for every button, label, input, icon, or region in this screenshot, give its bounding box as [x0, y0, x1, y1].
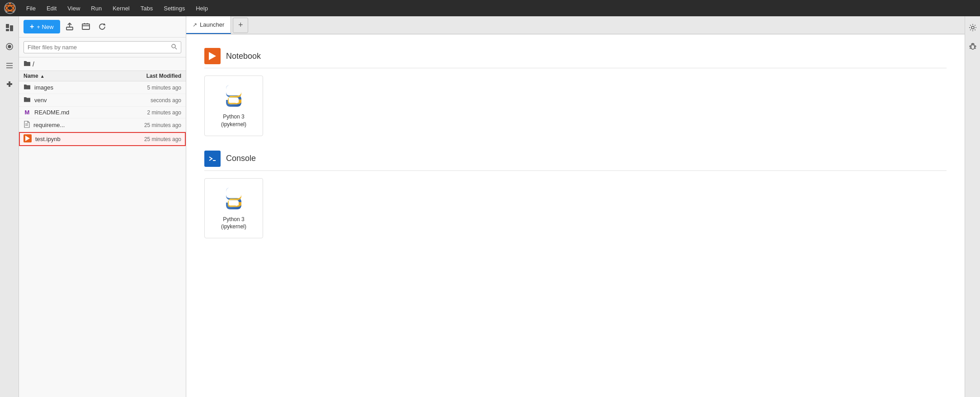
svg-point-5 [13, 11, 14, 13]
folder-icon [24, 96, 31, 104]
svg-marker-23 [209, 52, 216, 60]
svg-rect-16 [82, 24, 90, 29]
svg-point-25 [236, 101, 237, 103]
console-section-title: Console [204, 151, 947, 171]
refresh-button[interactable] [95, 20, 109, 33]
files-activity-btn[interactable] [2, 20, 17, 35]
extensions-activity-btn[interactable] [2, 77, 17, 92]
search-icon [171, 43, 177, 51]
sidebar: + + New [19, 16, 186, 397]
right-sidebar [965, 16, 980, 397]
breadcrumb-path: / [33, 61, 34, 68]
search-input[interactable] [28, 44, 168, 51]
console-section-icon [204, 151, 221, 167]
svg-point-3 [9, 3, 11, 5]
folder-icon [24, 60, 31, 68]
launcher-tab[interactable]: ↗ Launcher [186, 16, 231, 34]
console-kernel-cards: Python 3(ipykernel) [204, 178, 947, 239]
svg-point-27 [230, 191, 232, 193]
tab-label: Launcher [200, 21, 224, 28]
menu-tabs[interactable]: Tabs [136, 3, 157, 14]
menu-file[interactable]: File [22, 3, 40, 14]
menu-run[interactable]: Run [86, 3, 106, 14]
svg-point-17 [172, 44, 175, 48]
settings-right-btn[interactable] [965, 20, 980, 35]
upload-files-button[interactable] [79, 20, 93, 33]
svg-point-10 [8, 45, 11, 48]
modified-column-header: Last Modified [118, 73, 181, 79]
activity-bar [0, 16, 19, 397]
search-box [24, 41, 181, 53]
markdown-icon: M [24, 109, 31, 116]
menu-edit[interactable]: Edit [42, 3, 61, 14]
menu-kernel[interactable]: Kernel [108, 3, 134, 14]
menu-help[interactable]: Help [191, 3, 212, 14]
svg-point-30 [971, 45, 975, 49]
svg-point-24 [230, 89, 232, 90]
main-panel: ↗ Launcher + Notebook [186, 16, 965, 397]
file-list: images 5 minutes ago venv seconds ago M … [19, 81, 186, 397]
upload-button[interactable] [63, 20, 76, 33]
menu-view[interactable]: View [63, 3, 85, 14]
notebook-section-title: Notebook [204, 48, 947, 68]
text-file-icon [24, 121, 30, 129]
sidebar-toolbar: + + New [19, 16, 186, 38]
notebook-section-icon [204, 48, 221, 64]
bug-right-btn[interactable] [965, 39, 980, 54]
breadcrumb: / [19, 57, 186, 71]
svg-rect-6 [6, 24, 9, 28]
svg-point-29 [971, 26, 974, 29]
app-logo [4, 2, 16, 14]
python3-console-card[interactable]: Python 3(ipykernel) [204, 178, 263, 239]
search-container [19, 38, 186, 57]
file-row[interactable]: images 5 minutes ago [19, 81, 186, 94]
svg-line-18 [175, 48, 177, 50]
file-list-header: Name ▲ Last Modified [19, 71, 186, 81]
file-row[interactable]: requireme... 25 minutes ago [19, 118, 186, 132]
svg-rect-7 [10, 25, 13, 31]
svg-rect-14 [66, 27, 73, 30]
notebook-icon [24, 134, 32, 144]
menubar: File Edit View Run Kernel Tabs Settings … [0, 0, 980, 16]
svg-point-28 [236, 203, 237, 205]
file-row[interactable]: M README.md 2 minutes ago [19, 107, 186, 118]
running-activity-btn[interactable] [2, 39, 17, 54]
launcher-content: Notebook [186, 34, 965, 397]
svg-point-4 [5, 11, 7, 13]
name-column-header[interactable]: Name ▲ [24, 73, 118, 79]
new-button[interactable]: + + New [24, 20, 60, 33]
toc-activity-btn[interactable] [2, 58, 17, 73]
python3-notebook-card[interactable]: Python 3(ipykernel) [204, 76, 263, 136]
file-row[interactable]: test.ipynb 25 minutes ago [19, 132, 186, 146]
notebook-kernel-cards: Python 3(ipykernel) [204, 76, 947, 136]
menu-settings[interactable]: Settings [159, 3, 189, 14]
file-row[interactable]: venv seconds ago [19, 94, 186, 107]
svg-rect-8 [6, 29, 9, 31]
folder-icon [24, 84, 31, 91]
tab-bar: ↗ Launcher + [186, 16, 965, 34]
external-link-icon: ↗ [193, 22, 197, 28]
add-tab-button[interactable]: + [233, 18, 248, 33]
